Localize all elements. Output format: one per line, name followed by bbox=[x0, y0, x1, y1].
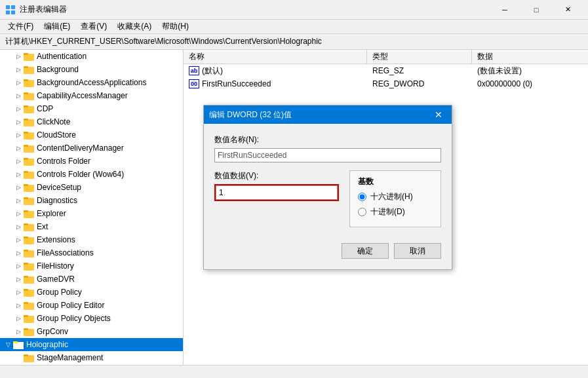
hex-radio[interactable] bbox=[358, 193, 366, 201]
tree-label: BackgroundAccessApplications bbox=[37, 78, 146, 87]
tree-label: Ext bbox=[37, 222, 48, 231]
tree-item-grouppolicy[interactable]: ▷ Group Policy bbox=[0, 286, 183, 299]
value-field-input[interactable] bbox=[216, 185, 338, 200]
tree-label: Group Policy bbox=[37, 288, 82, 297]
svg-rect-35 bbox=[24, 250, 28, 252]
folder-icon bbox=[24, 327, 34, 336]
maximize-button[interactable]: □ bbox=[521, 0, 551, 20]
tree-item-cam[interactable]: ▷ CapabilityAccessManager bbox=[0, 89, 183, 102]
folder-icon bbox=[24, 261, 34, 271]
hex-radio-label: 十六进制(H) bbox=[370, 191, 413, 202]
confirm-button[interactable]: 确定 bbox=[342, 243, 389, 259]
tree-label: DeviceSetup bbox=[37, 183, 81, 192]
svg-rect-11 bbox=[24, 92, 28, 94]
minimize-button[interactable]: ─ bbox=[490, 0, 520, 20]
decimal-radio[interactable] bbox=[358, 208, 366, 216]
folder-icon bbox=[24, 314, 34, 323]
expand-icon: ▷ bbox=[13, 143, 24, 153]
folder-icon bbox=[24, 65, 34, 74]
reg-name-value: (默认) bbox=[202, 66, 223, 77]
tree-item-grouppolicyobjects[interactable]: ▷ Group Policy Objects bbox=[0, 312, 183, 325]
tree-item-devicesetup[interactable]: ▷ DeviceSetup bbox=[0, 181, 183, 194]
expand-icon: ▷ bbox=[13, 235, 24, 245]
tree-item-fileassociations[interactable]: ▷ FileAssociations bbox=[0, 246, 183, 259]
cancel-button[interactable]: 取消 bbox=[394, 243, 441, 259]
menu-edit[interactable]: 编辑(E) bbox=[39, 20, 75, 33]
folder-icon bbox=[24, 274, 34, 284]
tree-label: FileHistory bbox=[37, 261, 74, 271]
menu-view[interactable]: 查看(V) bbox=[75, 20, 112, 33]
svg-rect-7 bbox=[24, 66, 28, 68]
expand-icon: ▷ bbox=[13, 326, 24, 337]
hex-radio-option[interactable]: 十六进制(H) bbox=[358, 191, 433, 202]
tree-item-background[interactable]: ▷ Background bbox=[0, 63, 183, 76]
tree-label: Holographic bbox=[26, 340, 68, 349]
reg-cell-data: 0x00000000 (0) bbox=[472, 79, 588, 88]
tree-item-explorer[interactable]: ▷ Explorer bbox=[0, 207, 183, 220]
tree-item-clicknote[interactable]: ▷ ClickNote bbox=[0, 115, 183, 128]
menu-help[interactable]: 帮助(H) bbox=[157, 20, 194, 33]
tree-item-diagnostics[interactable]: ▷ Diagnostics bbox=[0, 194, 183, 207]
folder-icon bbox=[24, 248, 34, 257]
decimal-radio-option[interactable]: 十进制(D) bbox=[358, 206, 433, 217]
expand-icon: ▷ bbox=[13, 208, 24, 219]
svg-rect-51 bbox=[24, 354, 28, 356]
tree-item-bga[interactable]: ▷ BackgroundAccessApplications bbox=[0, 76, 183, 89]
tree-item-cdm[interactable]: ▷ ContentDeliveryManager bbox=[0, 142, 183, 155]
title-bar: 注册表编辑器 ─ □ ✕ bbox=[0, 0, 588, 20]
svg-rect-1 bbox=[11, 5, 15, 9]
tree-label: ContentDeliveryManager bbox=[37, 143, 124, 153]
tree-label: Controls Folder bbox=[37, 157, 90, 166]
menu-file[interactable]: 文件(F) bbox=[3, 20, 39, 33]
tree-item-holographic[interactable]: ▽ Holographic bbox=[0, 338, 183, 351]
tree-label: GameDVR bbox=[37, 274, 75, 284]
reg-name-value: FirstRunSucceeded bbox=[202, 79, 271, 88]
registry-table-header: 名称 类型 数据 bbox=[184, 50, 588, 64]
tree-label: Diagnostics bbox=[37, 196, 77, 205]
svg-rect-41 bbox=[24, 289, 28, 291]
tree-item-stagemanagement[interactable]: StageManagement bbox=[0, 351, 183, 364]
table-row[interactable]: ab (默认) REG_SZ (数值未设置) bbox=[184, 64, 588, 77]
table-row[interactable]: 00 FirstRunSucceeded REG_DWORD 0x0000000… bbox=[184, 77, 588, 90]
folder-open-icon bbox=[13, 340, 24, 349]
svg-rect-21 bbox=[24, 158, 28, 160]
tree-panel: ▷ Authentication ▷ Background ▷ bbox=[0, 50, 184, 365]
folder-icon bbox=[24, 91, 34, 100]
tree-item-ext[interactable]: ▷ Ext bbox=[0, 220, 183, 233]
tree-label: Extensions bbox=[37, 235, 75, 244]
tree-item-controls-folder[interactable]: ▷ Controls Folder bbox=[0, 155, 183, 168]
dialog-close-button[interactable]: ✕ bbox=[431, 107, 446, 123]
tree-label: Group Policy Editor bbox=[37, 301, 104, 310]
svg-rect-13 bbox=[24, 105, 28, 107]
reg-cell-type: REG_SZ bbox=[367, 66, 472, 75]
folder-icon bbox=[24, 288, 34, 297]
reg-cell-name: ab (默认) bbox=[184, 66, 367, 77]
tree-item-controls-folder-wow64[interactable]: ▷ Controls Folder (Wow64) bbox=[0, 168, 183, 181]
tree-label: CloudStore bbox=[37, 130, 76, 140]
folder-icon bbox=[24, 130, 34, 140]
tree-scroll[interactable]: ▷ Authentication ▷ Background ▷ bbox=[0, 50, 183, 365]
tree-item-cloudstore[interactable]: ▷ CloudStore bbox=[0, 128, 183, 142]
expand-icon: ▷ bbox=[13, 274, 24, 284]
tree-label: CapabilityAccessManager bbox=[37, 91, 128, 100]
dialog-body: 数值名称(N): 数值数据(V): 基数 十六进制(H) bbox=[204, 124, 452, 269]
tree-label: StageManagement bbox=[37, 353, 103, 362]
tree-item-cdp[interactable]: ▷ CDP bbox=[0, 102, 183, 115]
tree-item-grpconv[interactable]: ▷ GrpConv bbox=[0, 325, 183, 338]
tree-item-filehistory[interactable]: ▷ FileHistory bbox=[0, 259, 183, 273]
menu-bar: 文件(F) 编辑(E) 查看(V) 收藏夹(A) 帮助(H) bbox=[0, 20, 588, 34]
svg-rect-43 bbox=[24, 302, 28, 304]
app-icon bbox=[5, 5, 16, 15]
menu-favorites[interactable]: 收藏夹(A) bbox=[112, 20, 157, 33]
tree-item-gamedvr[interactable]: ▷ GameDVR bbox=[0, 273, 183, 286]
svg-rect-25 bbox=[24, 184, 28, 186]
tree-item-authentication[interactable]: ▷ Authentication bbox=[0, 50, 183, 63]
svg-rect-2 bbox=[6, 10, 10, 14]
tree-item-grouppolicyeditor[interactable]: ▷ Group Policy Editor bbox=[0, 299, 183, 312]
svg-rect-47 bbox=[24, 328, 28, 330]
name-field-input[interactable] bbox=[214, 148, 441, 162]
close-button[interactable]: ✕ bbox=[553, 0, 583, 20]
expand-icon: ▷ bbox=[13, 130, 24, 140]
tree-item-extensions[interactable]: ▷ Extensions bbox=[0, 233, 183, 246]
tree-label: Explorer bbox=[37, 209, 66, 218]
